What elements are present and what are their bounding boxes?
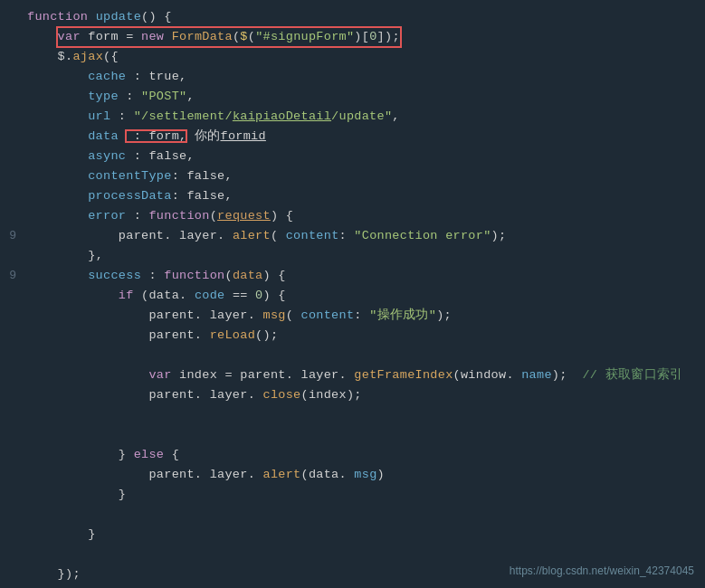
line-content xyxy=(27,545,696,564)
code-editor: function update() { var form = new FormD… xyxy=(0,0,705,588)
code-line-8: async : false, xyxy=(0,147,705,166)
line-number: 9 xyxy=(0,266,27,286)
line-content xyxy=(27,346,696,365)
line-content: var index = parent. layer. getFrameIndex… xyxy=(27,365,696,385)
line-content xyxy=(27,505,696,525)
line-content xyxy=(27,405,696,425)
code-line-1: function update() { xyxy=(0,7,705,27)
line-content: success : function(data) { xyxy=(27,266,696,286)
code-line-5: type : "POST", xyxy=(0,87,705,107)
code-line-30: }); xyxy=(0,584,705,588)
code-line-18 xyxy=(0,346,705,365)
line-content: processData: false, xyxy=(27,186,696,206)
line-content: function update() { xyxy=(27,7,696,27)
line-content: data : form, 你的formid xyxy=(27,127,696,147)
code-line-28 xyxy=(0,545,705,564)
line-content: error : function(request) { xyxy=(27,206,696,226)
code-line-16: parent. layer. msg( content: "操作成功"); xyxy=(0,306,705,326)
code-line-3: $.ajax({ xyxy=(0,47,705,67)
code-line-17: parent. reLoad(); xyxy=(0,326,705,346)
code-line-25: } xyxy=(0,485,705,505)
watermark: https://blog.csdn.net/weixin_42374045 xyxy=(510,564,694,577)
code-line-27: } xyxy=(0,525,705,545)
code-line-14: 9 success : function(data) { xyxy=(0,266,705,286)
line-content: }); xyxy=(27,584,696,588)
code-line-10: processData: false, xyxy=(0,186,705,206)
line-content: parent. layer. alert( content: "Connecti… xyxy=(27,226,696,246)
line-content: parent. layer. msg( content: "操作成功"); xyxy=(27,306,696,326)
line-number: 9 xyxy=(0,226,27,246)
line-content: if (data. code == 0) { xyxy=(27,286,696,306)
code-line-19: var index = parent. layer. getFrameIndex… xyxy=(0,365,705,385)
code-line-6: url : "/settlement/kaipiaoDetail/update"… xyxy=(0,107,705,127)
code-line-13: }, xyxy=(0,246,705,266)
line-content: type : "POST", xyxy=(27,87,696,107)
code-line-23: } else { xyxy=(0,445,705,465)
code-line-9: contentType: false, xyxy=(0,166,705,186)
line-content: } else { xyxy=(27,445,696,465)
code-line-11: error : function(request) { xyxy=(0,206,705,226)
line-content: }, xyxy=(27,246,696,266)
code-line-22 xyxy=(0,425,705,445)
line-content: contentType: false, xyxy=(27,166,696,186)
line-content: async : false, xyxy=(27,147,696,166)
code-line-2: var form = new FormData($("#signupForm")… xyxy=(0,27,705,47)
line-content: } xyxy=(27,525,696,545)
line-content: $.ajax({ xyxy=(27,47,696,67)
code-line-21 xyxy=(0,405,705,425)
line-content: url : "/settlement/kaipiaoDetail/update"… xyxy=(27,107,696,127)
code-line-24: parent. layer. alert(data. msg) xyxy=(0,465,705,485)
line-content: var form = new FormData($("#signupForm")… xyxy=(27,27,696,47)
code-line-26 xyxy=(0,505,705,525)
line-content xyxy=(27,425,696,445)
code-line-15: if (data. code == 0) { xyxy=(0,286,705,306)
line-content: cache : true, xyxy=(27,67,696,87)
line-content: parent. layer. alert(data. msg) xyxy=(27,465,696,485)
code-line-20: parent. layer. close(index); xyxy=(0,385,705,405)
code-line-12: 9 parent. layer. alert( content: "Connec… xyxy=(0,226,705,246)
line-content: parent. layer. close(index); xyxy=(27,385,696,405)
line-content: parent. reLoad(); xyxy=(27,326,696,346)
code-line-7: data : form, 你的formid xyxy=(0,127,705,147)
line-content: } xyxy=(27,485,696,505)
code-line-4: cache : true, xyxy=(0,67,705,87)
